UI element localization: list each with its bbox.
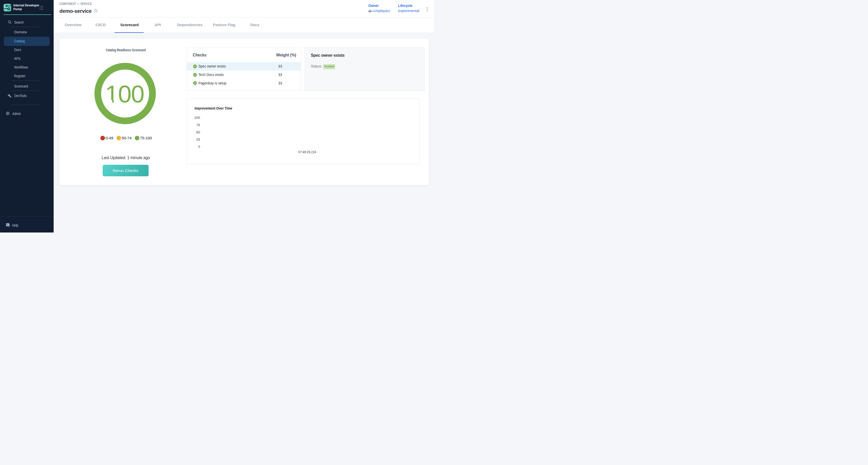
svg-text:?: ? (7, 223, 8, 226)
